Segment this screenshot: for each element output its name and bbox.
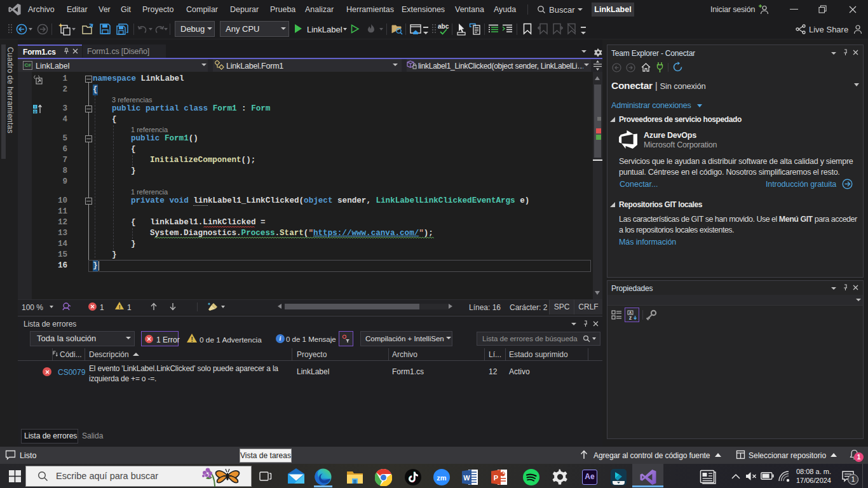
- svg-text:zm: zm: [437, 474, 447, 482]
- svg-text:O: O: [34, 110, 37, 114]
- svg-text:P: P: [494, 474, 498, 482]
- svg-text:A: A: [629, 311, 632, 315]
- svg-text:Z: Z: [629, 316, 632, 320]
- svg-text:W: W: [463, 474, 470, 482]
